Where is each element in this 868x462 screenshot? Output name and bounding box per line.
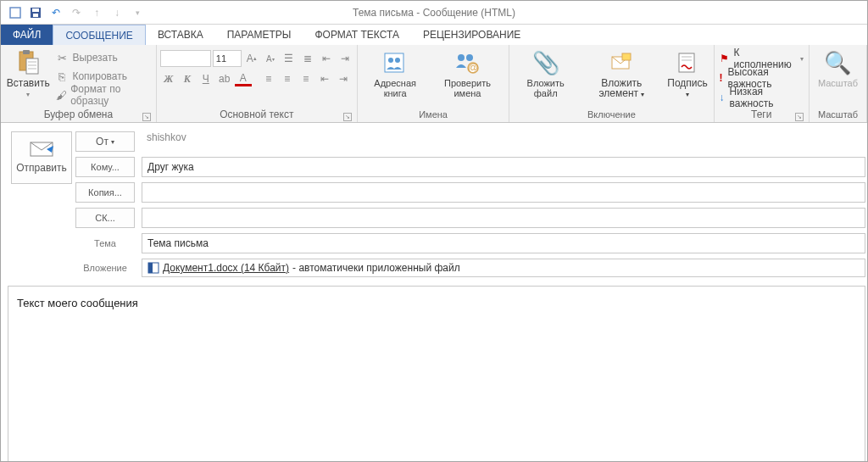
to-button[interactable]: Кому... bbox=[75, 157, 135, 177]
underline-button[interactable]: Ч bbox=[198, 70, 214, 87]
message-body[interactable]: Текст моего сообщения bbox=[8, 286, 865, 462]
paste-button[interactable]: Вставить▾ bbox=[4, 47, 52, 107]
attachment-label: Вложение bbox=[75, 263, 135, 273]
brush-icon: 🖌 bbox=[55, 88, 67, 102]
bullets-button[interactable]: ☰ bbox=[281, 50, 298, 67]
paste-label: Вставить bbox=[7, 77, 50, 89]
high-importance-icon: ! bbox=[720, 72, 723, 84]
high-importance-button[interactable]: !Высокая важность bbox=[718, 70, 805, 86]
grow-font-button[interactable]: A▴ bbox=[243, 50, 260, 67]
group-tags: ⚑К исполнению▾ !Высокая важность ↓Низкая… bbox=[715, 45, 810, 122]
cc-field[interactable] bbox=[142, 182, 865, 203]
dialog-launcher-icon[interactable]: ↘ bbox=[795, 113, 804, 121]
up-arrow-icon[interactable]: ↑ bbox=[87, 3, 106, 22]
flag-icon: ⚑ bbox=[720, 53, 729, 64]
subject-label: Тема bbox=[75, 238, 135, 248]
tab-format[interactable]: ФОРМАТ ТЕКСТА bbox=[303, 25, 410, 45]
bcc-field[interactable] bbox=[142, 208, 865, 228]
cc-button[interactable]: Копия... bbox=[75, 182, 135, 203]
svg-rect-2 bbox=[32, 8, 39, 12]
svg-point-12 bbox=[395, 58, 400, 63]
word-doc-icon bbox=[147, 262, 159, 274]
outdent-button[interactable]: ⇤ bbox=[318, 50, 335, 67]
low-importance-button[interactable]: ↓Низкая важность bbox=[718, 89, 805, 106]
tab-review[interactable]: РЕЦЕНЗИРОВАНИЕ bbox=[411, 25, 532, 45]
paste-icon bbox=[14, 49, 42, 76]
undo-icon[interactable]: ↶ bbox=[47, 3, 65, 22]
font-size-select[interactable] bbox=[213, 50, 242, 67]
window-title: Тема письма - Сообщение (HTML) bbox=[353, 7, 515, 19]
address-book-button[interactable]: Адресная книга bbox=[361, 47, 430, 107]
zoom-label: Масштаб bbox=[818, 78, 858, 88]
attachment-filename: Документ1.docx (14 Кбайт) bbox=[163, 262, 289, 274]
address-book-icon bbox=[381, 49, 409, 76]
signature-button[interactable]: Подпись▾ bbox=[665, 47, 710, 107]
envelope-icon bbox=[30, 142, 53, 157]
align-left-button[interactable]: ≡ bbox=[260, 70, 277, 87]
from-button[interactable]: От ▾ bbox=[75, 131, 135, 152]
tab-message[interactable]: СООБЩЕНИЕ bbox=[53, 25, 146, 45]
to-field[interactable] bbox=[142, 157, 865, 177]
align-right-button[interactable]: ≡ bbox=[298, 70, 314, 87]
signature-icon bbox=[674, 49, 701, 76]
save-icon[interactable] bbox=[26, 3, 45, 22]
font-group-label: Основной текст bbox=[220, 109, 293, 120]
tab-file[interactable]: ФАЙЛ bbox=[1, 25, 53, 45]
dialog-launcher-icon[interactable]: ↘ bbox=[142, 113, 151, 121]
attach-item-label: Вложить элемент bbox=[598, 77, 642, 99]
check-names-button[interactable]: @ Проверить имена bbox=[430, 47, 506, 107]
numbering-button[interactable]: ≣ bbox=[299, 50, 316, 67]
compose-header: Отправить От ▾ shishkov Кому... Копия...… bbox=[1, 123, 867, 277]
align-center-button[interactable]: ≡ bbox=[279, 70, 296, 87]
tab-options[interactable]: ПАРАМЕТРЫ bbox=[215, 25, 303, 45]
attach-item-button[interactable]: Вложить элемент ▾ bbox=[578, 47, 665, 107]
decrease-indent-button[interactable]: ⇤ bbox=[316, 70, 333, 87]
zoom-button[interactable]: 🔍 Масштаб bbox=[813, 47, 863, 107]
subject-field[interactable] bbox=[142, 233, 865, 253]
bold-button[interactable]: Ж bbox=[160, 70, 177, 87]
italic-button[interactable]: К bbox=[179, 70, 196, 87]
attachment-note: - автоматичеки приложенный файл bbox=[292, 262, 460, 274]
bcc-button[interactable]: СК... bbox=[75, 208, 135, 228]
low-importance-icon: ↓ bbox=[720, 92, 725, 103]
svg-rect-3 bbox=[33, 14, 38, 17]
from-field: shishkov bbox=[142, 131, 865, 152]
highlight-button[interactable]: ab bbox=[216, 70, 233, 87]
svg-rect-18 bbox=[622, 53, 631, 60]
copy-button[interactable]: ⎘Копировать bbox=[52, 68, 152, 85]
cut-button[interactable]: ✂Вырезать bbox=[52, 49, 152, 66]
follow-up-button[interactable]: ⚑К исполнению▾ bbox=[718, 50, 805, 67]
format-painter-label: Формат по образцу bbox=[70, 83, 149, 107]
font-family-select[interactable] bbox=[160, 50, 211, 67]
attach-item-icon bbox=[608, 49, 635, 76]
group-names: Адресная книга @ Проверить имена Имена bbox=[358, 45, 510, 122]
group-include: 📎 Вложить файл Вложить элемент ▾ Подпись… bbox=[509, 45, 714, 122]
clipboard-group-label: Буфер обмена bbox=[44, 109, 114, 120]
redo-icon[interactable]: ↷ bbox=[67, 3, 86, 22]
dialog-launcher-icon[interactable]: ↘ bbox=[343, 113, 352, 121]
window-icon[interactable] bbox=[6, 3, 25, 22]
indent-button[interactable]: ⇥ bbox=[337, 50, 353, 67]
svg-point-11 bbox=[388, 58, 393, 63]
increase-indent-button[interactable]: ⇥ bbox=[335, 70, 352, 87]
font-color-button[interactable]: A bbox=[235, 72, 252, 86]
copy-icon: ⎘ bbox=[55, 70, 69, 83]
paperclip-icon: 📎 bbox=[532, 49, 559, 76]
names-group-label: Имена bbox=[361, 109, 506, 122]
magnifier-icon: 🔍 bbox=[824, 49, 851, 76]
qat-customize-icon[interactable]: ▾ bbox=[128, 3, 147, 22]
scissors-icon: ✂ bbox=[55, 51, 69, 64]
ribbon-tabs: ФАЙЛ СООБЩЕНИЕ ВСТАВКА ПАРАМЕТРЫ ФОРМАТ … bbox=[1, 25, 867, 45]
copy-label: Копировать bbox=[72, 70, 127, 82]
include-group-label: Включение bbox=[513, 109, 709, 122]
shrink-font-button[interactable]: A▾ bbox=[262, 50, 279, 67]
svg-rect-19 bbox=[679, 53, 694, 72]
svg-rect-6 bbox=[26, 58, 38, 74]
group-font: A▴ A▾ ☰ ≣ ⇤ ⇥ Ж К Ч ab A ≡ ≡ ≡ bbox=[157, 45, 358, 122]
attachment-box[interactable]: Документ1.docx (14 Кбайт) - автоматичеки… bbox=[142, 259, 865, 277]
tab-insert[interactable]: ВСТАВКА bbox=[146, 25, 215, 45]
send-button[interactable]: Отправить bbox=[11, 131, 72, 184]
format-painter-button[interactable]: 🖌Формат по образцу bbox=[52, 86, 152, 103]
attach-file-button[interactable]: 📎 Вложить файл bbox=[513, 47, 578, 107]
down-arrow-icon[interactable]: ↓ bbox=[108, 3, 126, 22]
